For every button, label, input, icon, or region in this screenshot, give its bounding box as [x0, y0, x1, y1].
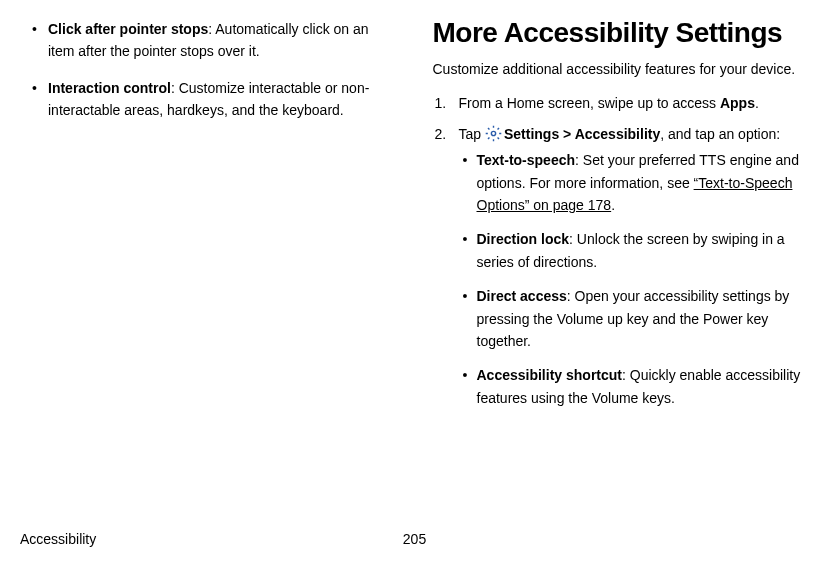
list-item: Direct access: Open your accessibility s… — [459, 285, 810, 352]
step-item: Tap Settings > Accessibility, and tap an… — [435, 123, 810, 409]
footer-section-label: Accessibility — [20, 531, 96, 547]
steps-list: From a Home screen, swipe up to access A… — [435, 92, 810, 409]
page-content: Click after pointer stops: Automatically… — [20, 18, 809, 543]
step-item: From a Home screen, swipe up to access A… — [435, 92, 810, 114]
section-intro: Customize additional accessibility featu… — [433, 59, 810, 81]
option-desc-suffix: . — [611, 197, 615, 213]
list-item: Accessibility shortcut: Quickly enable a… — [459, 364, 810, 409]
option-title: Accessibility shortcut — [477, 367, 623, 383]
list-item: Text-to-speech: Set your preferred TTS e… — [459, 149, 810, 216]
svg-point-0 — [491, 131, 495, 135]
list-item: Click after pointer stops: Automatically… — [20, 18, 397, 63]
step-suffix: . — [755, 95, 759, 111]
step-bold: Settings — [504, 126, 559, 142]
settings-icon — [485, 125, 502, 142]
section-heading: More Accessibility Settings — [433, 18, 810, 49]
step-sep: > — [559, 126, 574, 142]
right-column: More Accessibility Settings Customize ad… — [429, 18, 810, 543]
option-title: Click after pointer stops — [48, 21, 208, 37]
list-item: Direction lock: Unlock the screen by swi… — [459, 228, 810, 273]
option-title: Text-to-speech — [477, 152, 576, 168]
list-item: Interaction control: Customize interacta… — [20, 77, 397, 122]
step-bold: Accessibility — [575, 126, 661, 142]
left-column: Click after pointer stops: Automatically… — [20, 18, 401, 543]
option-title: Interaction control — [48, 80, 171, 96]
option-title: Direction lock — [477, 231, 570, 247]
step-bold: Apps — [720, 95, 755, 111]
page-footer: Accessibility 205 — [20, 531, 809, 547]
step-suffix: , and tap an option: — [660, 126, 780, 142]
option-title: Direct access — [477, 288, 567, 304]
step-text: Tap — [459, 126, 485, 142]
footer-page-number: 205 — [403, 531, 426, 547]
step-text: From a Home screen, swipe up to access — [459, 95, 720, 111]
left-option-list: Click after pointer stops: Automatically… — [20, 18, 397, 122]
option-list: Text-to-speech: Set your preferred TTS e… — [459, 149, 810, 409]
